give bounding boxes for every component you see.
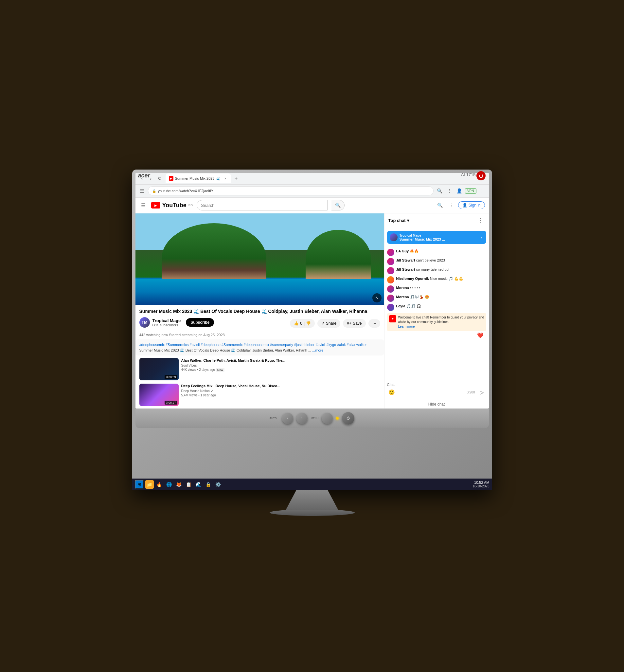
refresh-button[interactable]: ↻ (156, 175, 164, 182)
send-button[interactable]: ▷ (477, 388, 486, 397)
rec-thumb-2[interactable]: 3:08:27 (139, 384, 179, 406)
msg-content-7: Leyla 🎵🎵 🎧 (396, 304, 421, 309)
video-actions: 👍 0 | 👎 ↗ Share (290, 319, 380, 328)
chat-char-count: 0/200 (467, 390, 475, 394)
youtube-country: RO (188, 204, 193, 207)
vpn-badge: VPN (465, 188, 476, 194)
msg-content-5: Morena • • • • • (396, 285, 420, 290)
msg-content-4: Niezlomny Opornik Nice music 🎵 💪💪 (396, 276, 463, 281)
save-icon: ≡+ (347, 321, 352, 326)
tab-favicon: ▶ (169, 176, 174, 181)
chat-msg-2: Jill Stewart can't believe 2023 (387, 257, 486, 266)
msg-text-6: 🎵🎶💃 🤩 (410, 295, 429, 299)
channel-avatar: TM (139, 317, 150, 328)
chat-more-button[interactable]: ⋮ (476, 216, 485, 225)
msg-text-4: Nice music 🎵 💪💪 (430, 277, 463, 281)
msg-content-3: Jill Stewart so many talented ppl (396, 267, 449, 272)
thumbs-up-icon: 👍 (294, 321, 299, 326)
learn-more-link[interactable]: Learn more (398, 325, 484, 329)
subscribe-button[interactable]: Subscribe (186, 318, 214, 327)
monitor-brand: acer (138, 172, 150, 179)
chevron-down-icon: ▾ (407, 218, 409, 223)
msg-content-6: Morena 🎵🎶💃 🤩 (396, 294, 429, 300)
auto-label: AUTO (270, 417, 277, 420)
chat-header: Top chat ▾ ⋮ (385, 213, 489, 228)
more-btn[interactable]: ⋮ (478, 187, 486, 195)
more-actions-button[interactable]: ⋯ (368, 319, 380, 328)
channel-details: Tropical Mage 68K subscribers (153, 318, 181, 327)
msg-author-5: Morena (396, 286, 409, 290)
rec-meta-2: 5.4M views • 1 year ago (181, 393, 380, 397)
yt-search-icon[interactable]: 🔍 (436, 201, 444, 209)
msg-avatar-5 (387, 285, 394, 293)
youtube-search-button[interactable]: 🔍 (332, 200, 344, 210)
like-button[interactable]: 👍 0 | 👎 (290, 319, 315, 328)
video-section: ⤡ Summer Music Mix 2023 🌊 Best Of Vocals… (135, 213, 384, 409)
menu-button[interactable]: ☰ (138, 187, 146, 195)
youtube-logo-icon (151, 202, 160, 208)
monitor-btn-1[interactable]: ‹ (282, 413, 293, 424)
yt-menu-button[interactable]: ☰ (139, 201, 147, 209)
chat-notice-text: Welcome to live chat! Remember to guard … (398, 315, 484, 325)
tab-close-button[interactable]: × (223, 176, 228, 181)
youtube-logo-text: YouTube (162, 202, 186, 209)
yt-more-icon[interactable]: ⋮ (447, 201, 456, 209)
monitor-power-btn[interactable]: ⏻ (342, 412, 354, 424)
more-link[interactable]: ...more (312, 348, 323, 352)
msg-content-2: Jill Stewart can't believe 2023 (396, 258, 445, 263)
chat-msg-1: LA Guy 🔥🔥 (387, 248, 486, 257)
pinned-avatar (390, 233, 397, 241)
emoji-button[interactable]: 🙂 (387, 388, 396, 397)
chat-input-label: Chat (387, 383, 486, 387)
search-icon-btn[interactable]: 🔍 (436, 187, 444, 195)
youtube-header: ☰ YouTube RO 🔍 🔍 ⋮ (135, 198, 489, 213)
hide-chat-button[interactable]: Hide chat (385, 400, 489, 409)
top-chat-button[interactable]: Top chat ▾ (388, 218, 409, 223)
youtube-logo[interactable]: YouTube RO (151, 202, 193, 209)
browser-window: ‹ › ↻ ▶ Summer Music Mix 2023 🌊 × + (135, 173, 489, 409)
video-player[interactable]: ⤡ (135, 213, 384, 305)
rec-duration-2: 3:08:27 (164, 400, 177, 405)
chat-messages: LA Guy 🔥🔥 Jill Stewart can't (385, 247, 489, 380)
sign-in-button[interactable]: 👤 Sign in (458, 201, 485, 209)
chat-msg-3: Jill Stewart so many talented ppl (387, 266, 486, 275)
youtube-search-input[interactable] (197, 200, 328, 210)
rec-title-1: Alan Walker, Charlie Puth, Avicii, Marti… (181, 358, 380, 363)
chat-section: Top chat ▾ ⋮ Tropical Mage (384, 213, 489, 409)
msg-author-1: LA Guy (396, 249, 409, 253)
lock-icon: 🔒 (152, 189, 156, 193)
profile-btn[interactable]: 👤 (455, 187, 464, 195)
chat-text-input[interactable] (398, 388, 465, 397)
monitor-model: AL1715 (461, 172, 476, 177)
auto-btn-group: AUTO (270, 417, 277, 420)
msg-avatar-6 (387, 294, 394, 302)
pinned-message[interactable]: Tropical Mage Summer Music Mix 2023 ... … (387, 231, 486, 244)
extensions-btn[interactable]: ⋮ (445, 187, 454, 195)
monitor-btn-2[interactable]: › (296, 413, 308, 424)
save-button[interactable]: ≡+ Save (343, 319, 365, 328)
chat-msg-4: Niezlomny Opornik Nice music 🎵 💪💪 (387, 275, 486, 284)
monitor-controls: AUTO ‹ › MENU ⏻ (135, 409, 489, 428)
tab-favicon-right: 🌊 (216, 177, 220, 180)
url-bar[interactable]: 🔒 youtube.com/watch?v=X1EJjaoItlY (148, 186, 434, 196)
rec-channel-2: Deep House Nation ✓ (181, 389, 380, 393)
rec-thumb-1[interactable]: 3:38:59 (139, 358, 179, 380)
monitor-btn-menu[interactable] (322, 413, 333, 424)
chat-input-area: Chat 🙂 0/200 ▷ (385, 380, 489, 400)
msg-avatar-2 (387, 258, 394, 265)
new-tab-button[interactable]: + (232, 175, 240, 182)
msg-avatar-3 (387, 267, 394, 274)
hashtag-text: #deephousemix #Summermixs #avicii #deeph… (139, 343, 367, 347)
heart-reaction[interactable]: ❤️ (387, 331, 486, 340)
island-left (162, 223, 266, 282)
fullscreen-icon[interactable]: ⤡ (372, 293, 382, 303)
msg-content-1: LA Guy 🔥🔥 (396, 249, 419, 254)
monitor-power-button[interactable]: ⏻ (476, 171, 486, 180)
share-button[interactable]: ↗ Share (317, 319, 340, 328)
description-text: Summer Music Mix 2023 🌊 Best Of Vocals D… (139, 348, 312, 352)
sign-in-icon: 👤 (462, 203, 467, 208)
video-info: Summer Music Mix 2023 🌊 Best Of Vocals D… (135, 305, 384, 333)
channel-name[interactable]: Tropical Mage (153, 318, 181, 323)
menu-label: MENU (311, 417, 319, 420)
active-tab[interactable]: ▶ Summer Music Mix 2023 🌊 × (165, 174, 231, 183)
